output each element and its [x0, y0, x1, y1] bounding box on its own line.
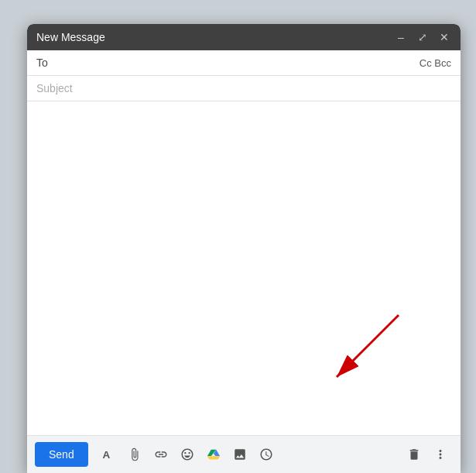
more-options-button[interactable]	[428, 442, 453, 467]
subject-input[interactable]	[36, 82, 451, 94]
google-drive-icon[interactable]	[201, 442, 226, 467]
close-button[interactable]: ✕	[437, 30, 451, 44]
subject-field-row	[27, 76, 461, 101]
title-bar-controls: – ⤢ ✕	[394, 30, 451, 44]
expand-button[interactable]: ⤢	[416, 30, 430, 44]
window-title: New Message	[36, 31, 105, 43]
to-input[interactable]	[54, 57, 419, 69]
discard-button[interactable]	[402, 442, 426, 467]
compose-body	[27, 101, 461, 435]
schedule-send-icon[interactable]	[254, 442, 279, 467]
toolbar: Send A	[27, 435, 461, 473]
attach-file-icon[interactable]	[122, 442, 147, 467]
send-button[interactable]: Send	[35, 442, 88, 467]
format-text-icon[interactable]: A	[96, 442, 121, 467]
emoji-icon[interactable]	[175, 442, 200, 467]
to-field-row: To Cc Bcc	[27, 50, 461, 76]
insert-link-icon[interactable]	[149, 442, 173, 467]
compose-window: New Message – ⤢ ✕ To Cc Bcc Send	[27, 24, 461, 473]
cc-bcc-link[interactable]: Cc Bcc	[419, 57, 451, 69]
to-label: To	[36, 57, 48, 69]
minimize-button[interactable]: –	[394, 30, 408, 44]
title-bar: New Message – ⤢ ✕	[27, 24, 461, 50]
svg-text:A: A	[102, 449, 110, 461]
insert-photo-icon[interactable]	[228, 442, 252, 467]
body-textarea[interactable]	[36, 108, 451, 429]
